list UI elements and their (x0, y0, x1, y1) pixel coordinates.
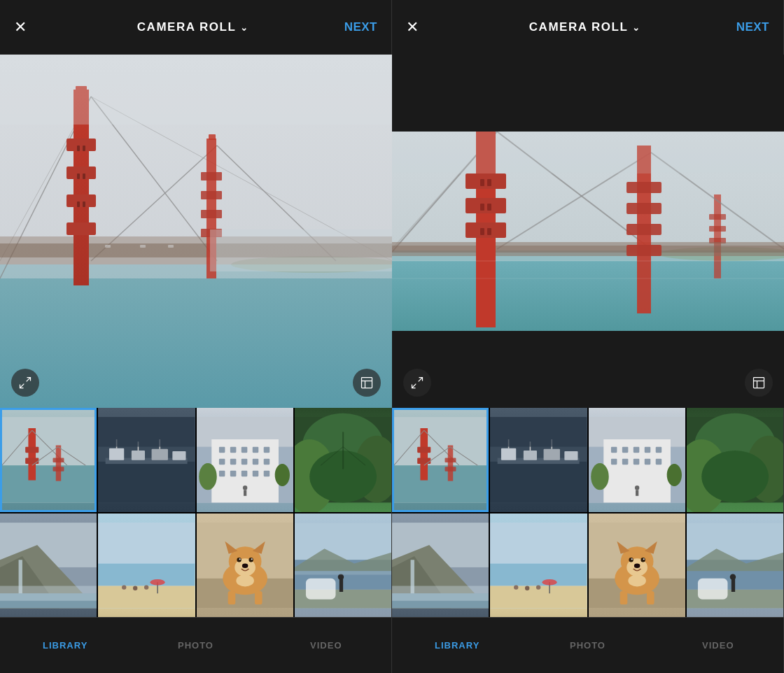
expand-button-right[interactable] (403, 369, 431, 397)
tab-video-left[interactable]: VIDEO (261, 618, 391, 673)
thumbnail-cliff-left[interactable] (0, 513, 97, 618)
tab-library-right[interactable]: LIBRARY (392, 618, 522, 673)
thumbnail-marina-left[interactable] (98, 408, 195, 512)
svg-rect-69 (252, 447, 258, 453)
svg-rect-254 (698, 578, 728, 599)
svg-rect-29 (209, 134, 216, 140)
next-button-right[interactable]: NEXT (736, 20, 769, 34)
svg-point-231 (542, 579, 557, 585)
thumbnail-lake-left[interactable] (295, 513, 391, 618)
svg-rect-180 (445, 467, 456, 471)
svg-rect-62 (98, 417, 195, 447)
expand-icon-left (18, 376, 32, 390)
svg-point-108 (150, 579, 165, 585)
tab-video-label-right: VIDEO (702, 640, 734, 651)
aspect-ratio-button-right[interactable] (745, 369, 773, 397)
thumbnail-grid-left (0, 408, 391, 617)
svg-point-82 (274, 464, 289, 486)
thumbnail-gg-right[interactable] (392, 408, 489, 512)
svg-rect-34 (210, 229, 392, 271)
svg-rect-70 (263, 447, 270, 453)
tab-video-right[interactable]: VIDEO (653, 618, 783, 673)
svg-rect-134 (392, 250, 784, 331)
svg-rect-151 (465, 222, 506, 238)
preview-image-section-right (392, 132, 784, 331)
svg-point-227 (514, 585, 518, 589)
thumbnail-marina-right[interactable] (490, 408, 587, 512)
svg-rect-179 (445, 458, 456, 462)
thumbnail-lake-right[interactable] (687, 513, 783, 618)
aspect-ratio-icon-right (752, 376, 766, 390)
svg-point-130 (337, 574, 344, 580)
expand-button-left[interactable] (11, 369, 39, 397)
aspect-ratio-button-left[interactable] (353, 369, 381, 397)
svg-rect-186 (501, 448, 516, 460)
svg-rect-1 (0, 264, 392, 408)
svg-rect-153 (487, 179, 491, 186)
thumbnail-grid-right (392, 408, 783, 617)
tab-photo-left[interactable]: PHOTO (130, 618, 260, 673)
svg-rect-84 (243, 490, 246, 496)
svg-rect-190 (544, 449, 560, 460)
svg-rect-172 (392, 465, 489, 502)
chevron-down-icon-left[interactable]: ⌄ (240, 22, 249, 33)
thumbnail-beach-right[interactable] (490, 513, 587, 618)
thumbnail-cliff-right[interactable] (392, 513, 489, 618)
svg-rect-204 (633, 459, 639, 465)
thumbnail-building-right[interactable] (589, 408, 685, 512)
thumbnail-gg-left[interactable] (0, 408, 97, 512)
svg-rect-80 (263, 471, 270, 477)
close-button-left[interactable]: ✕ (14, 18, 42, 36)
tab-library-left[interactable]: LIBRARY (0, 618, 130, 673)
svg-rect-16 (66, 222, 96, 235)
svg-rect-131 (295, 571, 391, 574)
phone-panel-left: ✕ CAMERA ROLL ⌄ NEXT (0, 0, 392, 673)
svg-rect-202 (610, 459, 617, 465)
svg-rect-206 (655, 459, 662, 465)
thumbnail-corgi-right[interactable] (589, 513, 685, 618)
svg-rect-13 (66, 139, 96, 151)
svg-point-215 (701, 451, 769, 502)
thumbnail-beach-left[interactable] (98, 513, 195, 618)
thumbnail-plants-right[interactable] (687, 408, 783, 512)
svg-rect-31 (140, 245, 146, 248)
svg-rect-252 (732, 578, 735, 591)
svg-rect-66 (218, 447, 225, 453)
svg-rect-33 (0, 55, 392, 125)
chevron-down-icon-right[interactable]: ⌄ (632, 22, 641, 33)
svg-rect-201 (655, 447, 662, 453)
svg-rect-155 (487, 204, 491, 211)
svg-rect-150 (465, 198, 506, 213)
svg-rect-188 (524, 451, 537, 460)
svg-point-253 (729, 574, 736, 580)
svg-point-105 (133, 586, 137, 590)
svg-point-118 (239, 558, 240, 560)
svg-rect-42 (28, 428, 36, 480)
svg-rect-245 (646, 590, 654, 604)
aspect-ratio-icon-left (360, 376, 374, 390)
svg-rect-224 (490, 523, 587, 563)
svg-rect-152 (480, 179, 484, 186)
svg-rect-137 (714, 194, 721, 278)
svg-point-241 (631, 558, 632, 560)
thumbnail-plants-left[interactable] (295, 408, 391, 512)
header-title-right: CAMERA ROLL ⌄ (529, 20, 641, 34)
preview-image-right (392, 132, 784, 331)
close-button-right[interactable]: ✕ (406, 18, 434, 36)
svg-rect-32 (168, 245, 174, 248)
svg-point-246 (628, 574, 646, 586)
svg-point-123 (236, 574, 254, 586)
svg-rect-161 (626, 224, 662, 235)
svg-rect-37 (362, 378, 372, 388)
tab-photo-right[interactable]: PHOTO (522, 618, 652, 673)
svg-rect-205 (644, 459, 650, 465)
thumbnail-corgi-left[interactable] (197, 513, 293, 618)
thumbnail-building-left[interactable] (197, 408, 293, 512)
svg-point-243 (634, 563, 640, 567)
svg-rect-26 (201, 191, 222, 199)
svg-point-208 (666, 464, 681, 486)
bottom-tabs-left: LIBRARY PHOTO VIDEO (0, 617, 391, 673)
next-button-left[interactable]: NEXT (344, 20, 377, 34)
svg-rect-160 (626, 203, 662, 214)
svg-rect-79 (252, 471, 258, 477)
